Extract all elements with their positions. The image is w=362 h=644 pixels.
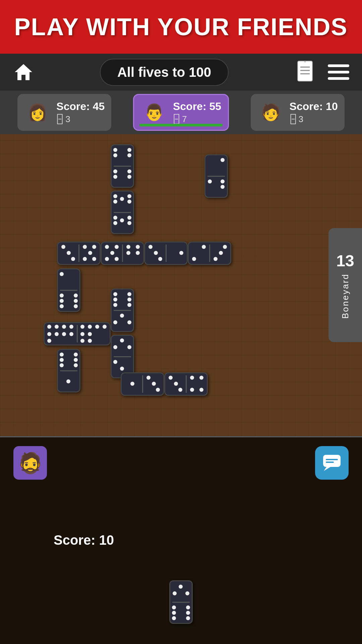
player-info-3: Score: 10 🁣 3 (290, 100, 338, 124)
active-bar (139, 124, 223, 126)
domino-1[interactable] (111, 144, 134, 188)
bottom-player-score: Score: 10 (54, 533, 114, 548)
player-tiles-3: 🁣 3 (290, 114, 338, 124)
player-score-2: Score: 55 (173, 100, 221, 113)
game-title: All fives to 100 (117, 65, 211, 79)
boneyard-label: Boneyard (340, 273, 351, 319)
banner: PLAY WITH YOUR FRIENDS (0, 0, 362, 54)
svg-rect-5 (328, 64, 349, 67)
svg-rect-6 (328, 71, 349, 73)
svg-rect-11 (326, 462, 334, 463)
game-title-box: All fives to 100 (100, 59, 229, 86)
bottom-player-avatar: 🧔 (13, 446, 47, 480)
avatar-2: 👨 (141, 99, 168, 126)
domino-14[interactable] (164, 372, 208, 396)
boneyard-count: 13 (336, 252, 354, 270)
avatar-3: 🧑 (257, 99, 284, 126)
domino-4[interactable] (57, 241, 101, 265)
domino-11[interactable] (111, 288, 134, 332)
player-score-1: Score: 45 (56, 100, 105, 113)
player-tiles-1: 🁣 3 (56, 114, 105, 124)
domino-2[interactable] (111, 191, 134, 234)
top-nav: All fives to 100 (0, 54, 362, 91)
svg-rect-7 (328, 77, 349, 80)
domino-12[interactable] (111, 335, 134, 378)
player-score-3: Score: 10 (290, 100, 338, 113)
domino-6[interactable] (144, 241, 188, 265)
domino-13[interactable] (121, 372, 164, 396)
svg-rect-8 (323, 455, 341, 467)
player-info-2: Score: 55 🁣 7 (173, 100, 221, 124)
svg-rect-10 (326, 459, 338, 460)
bottom-area: 🧔 Score: 10 (0, 436, 362, 644)
bottom-separator (0, 436, 362, 437)
hand-domino[interactable] (169, 580, 193, 624)
svg-rect-0 (298, 61, 312, 81)
banner-text: PLAY WITH YOUR FRIENDS (14, 13, 348, 41)
scores-row: 👩 Score: 45 🁣 3 👨 Score: 55 🁣 7 🧑 Score:… (0, 91, 362, 134)
avatar-1: 👩 (24, 99, 51, 126)
game-board: 13 Boneyard (0, 134, 362, 436)
home-button[interactable] (10, 59, 37, 86)
player-tiles-2: 🁣 7 (173, 114, 221, 124)
scoreboard-button[interactable] (292, 59, 318, 86)
chat-button[interactable] (315, 446, 349, 480)
boneyard-button[interactable]: 13 Boneyard (328, 228, 362, 342)
domino-7[interactable] (188, 241, 231, 265)
domino-3[interactable] (204, 154, 228, 198)
svg-marker-9 (324, 467, 330, 471)
player-info-1: Score: 45 🁣 3 (56, 100, 105, 124)
player-card-2: 👨 Score: 55 🁣 7 (133, 94, 229, 131)
domino-9[interactable] (44, 322, 111, 345)
menu-button[interactable] (325, 59, 352, 86)
domino-8[interactable] (57, 268, 80, 312)
domino-10[interactable] (57, 349, 80, 392)
domino-5[interactable] (101, 241, 144, 265)
player-card-3: 🧑 Score: 10 🁣 3 (251, 94, 345, 131)
player-card-1: 👩 Score: 45 🁣 3 (17, 94, 111, 131)
